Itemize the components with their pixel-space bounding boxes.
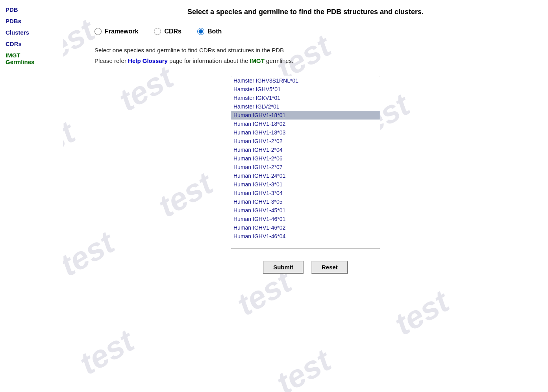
description-1: Select one species and germline to find … (94, 47, 532, 53)
radio-both-label[interactable]: Both (197, 28, 222, 35)
button-row: Submit Reset (79, 261, 532, 274)
reset-button[interactable]: Reset (311, 261, 348, 274)
radio-framework-text: Framework (105, 28, 138, 35)
radio-framework[interactable] (94, 28, 102, 35)
description-2: Please refer Help Glossary page for info… (94, 57, 532, 64)
radio-cdrs[interactable] (154, 28, 161, 35)
radio-group: Framework CDRs Both (94, 28, 532, 35)
radio-both[interactable] (197, 28, 204, 35)
sidebar: PDB PDBs Clusters CDRs IMGTGermlines (0, 0, 63, 392)
desc2-middle: page for information about the (168, 57, 250, 64)
desc2-before: Please refer (94, 57, 128, 64)
help-glossary-link[interactable]: Help Glossary (128, 57, 168, 64)
select-container: Hamster IGHV3S1RNL*01Hamster IGHV5*01Ham… (79, 76, 532, 249)
sidebar-item-cdrs[interactable]: CDRs (0, 38, 63, 50)
desc2-after: germlines. (265, 57, 293, 64)
imgt-link[interactable]: IMGT (250, 57, 265, 64)
sidebar-item-pdb[interactable]: PDB (0, 4, 63, 15)
radio-cdrs-label[interactable]: CDRs (154, 28, 181, 35)
radio-cdrs-text: CDRs (164, 28, 181, 35)
sidebar-item-imgt-germlines[interactable]: IMGTGermlines (0, 50, 63, 68)
page-title: Select a species and germline to find th… (79, 8, 532, 16)
radio-both-text: Both (207, 28, 222, 35)
submit-button[interactable]: Submit (263, 261, 304, 274)
sidebar-item-pdbs[interactable]: PDBs (0, 15, 63, 27)
species-select[interactable]: Hamster IGHV3S1RNL*01Hamster IGHV5*01Ham… (231, 76, 380, 249)
sidebar-item-clusters[interactable]: Clusters (0, 27, 63, 38)
radio-framework-label[interactable]: Framework (94, 28, 138, 35)
main-content: Select a species and germline to find th… (63, 0, 548, 392)
